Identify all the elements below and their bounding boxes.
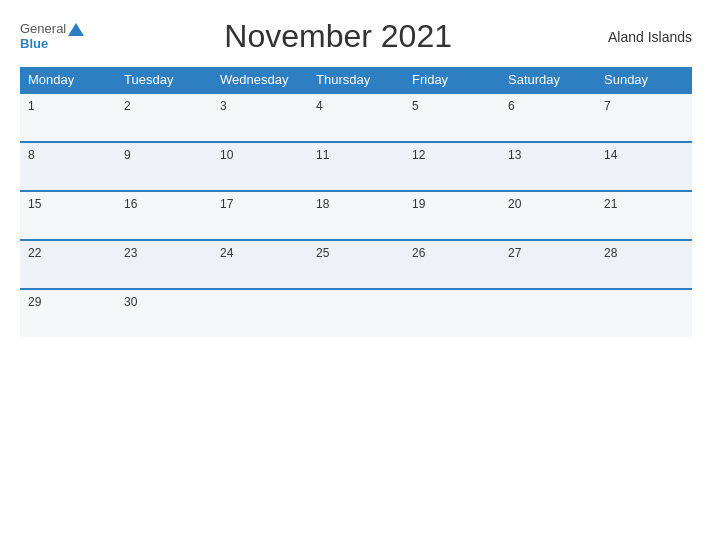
day-number: 18: [316, 197, 329, 211]
day-number: 9: [124, 148, 131, 162]
calendar-day-cell: 9: [116, 142, 212, 191]
weekday-header-thursday: Thursday: [308, 67, 404, 93]
calendar-day-cell: 24: [212, 240, 308, 289]
calendar-day-cell: 23: [116, 240, 212, 289]
calendar-day-cell: [596, 289, 692, 337]
calendar-day-cell: 27: [500, 240, 596, 289]
day-number: 28: [604, 246, 617, 260]
calendar-day-cell: 2: [116, 93, 212, 142]
calendar-day-cell: [404, 289, 500, 337]
calendar-day-cell: [212, 289, 308, 337]
weekday-header-sunday: Sunday: [596, 67, 692, 93]
day-number: 17: [220, 197, 233, 211]
day-number: 4: [316, 99, 323, 113]
calendar-day-cell: 8: [20, 142, 116, 191]
calendar-day-cell: 6: [500, 93, 596, 142]
weekday-header-monday: Monday: [20, 67, 116, 93]
day-number: 21: [604, 197, 617, 211]
day-number: 26: [412, 246, 425, 260]
calendar-day-cell: 29: [20, 289, 116, 337]
calendar-day-cell: 18: [308, 191, 404, 240]
logo: General Blue: [20, 22, 84, 51]
calendar-week-row: 15161718192021: [20, 191, 692, 240]
day-number: 30: [124, 295, 137, 309]
day-number: 6: [508, 99, 515, 113]
calendar-day-cell: 11: [308, 142, 404, 191]
day-number: 2: [124, 99, 131, 113]
day-number: 16: [124, 197, 137, 211]
day-number: 12: [412, 148, 425, 162]
calendar-day-cell: 16: [116, 191, 212, 240]
calendar-day-cell: 10: [212, 142, 308, 191]
calendar-day-cell: 21: [596, 191, 692, 240]
day-number: 8: [28, 148, 35, 162]
weekday-header-row: MondayTuesdayWednesdayThursdayFridaySatu…: [20, 67, 692, 93]
calendar-day-cell: 5: [404, 93, 500, 142]
day-number: 10: [220, 148, 233, 162]
calendar-header: General Blue November 2021 Aland Islands: [20, 18, 692, 55]
logo-triangle-icon: [68, 23, 84, 36]
calendar-day-cell: [500, 289, 596, 337]
day-number: 22: [28, 246, 41, 260]
day-number: 23: [124, 246, 137, 260]
calendar-day-cell: 19: [404, 191, 500, 240]
calendar-day-cell: 17: [212, 191, 308, 240]
calendar-day-cell: 25: [308, 240, 404, 289]
calendar-day-cell: 15: [20, 191, 116, 240]
calendar-day-cell: 22: [20, 240, 116, 289]
day-number: 19: [412, 197, 425, 211]
weekday-header-tuesday: Tuesday: [116, 67, 212, 93]
calendar-day-cell: 14: [596, 142, 692, 191]
weekday-header-wednesday: Wednesday: [212, 67, 308, 93]
calendar-day-cell: 4: [308, 93, 404, 142]
day-number: 29: [28, 295, 41, 309]
calendar-day-cell: 30: [116, 289, 212, 337]
calendar-day-cell: 7: [596, 93, 692, 142]
day-number: 27: [508, 246, 521, 260]
day-number: 24: [220, 246, 233, 260]
calendar-day-cell: 1: [20, 93, 116, 142]
day-number: 25: [316, 246, 329, 260]
day-number: 7: [604, 99, 611, 113]
calendar-day-cell: 12: [404, 142, 500, 191]
calendar-week-row: 2930: [20, 289, 692, 337]
calendar-day-cell: [308, 289, 404, 337]
calendar-day-cell: 13: [500, 142, 596, 191]
calendar-grid: MondayTuesdayWednesdayThursdayFridaySatu…: [20, 67, 692, 337]
calendar-container: General Blue November 2021 Aland Islands…: [0, 0, 712, 550]
region-label: Aland Islands: [592, 29, 692, 45]
weekday-header-saturday: Saturday: [500, 67, 596, 93]
day-number: 13: [508, 148, 521, 162]
day-number: 5: [412, 99, 419, 113]
day-number: 15: [28, 197, 41, 211]
day-number: 11: [316, 148, 329, 162]
logo-general-text: General: [20, 22, 66, 36]
calendar-day-cell: 20: [500, 191, 596, 240]
day-number: 20: [508, 197, 521, 211]
calendar-week-row: 22232425262728: [20, 240, 692, 289]
calendar-week-row: 891011121314: [20, 142, 692, 191]
day-number: 14: [604, 148, 617, 162]
calendar-day-cell: 26: [404, 240, 500, 289]
day-number: 3: [220, 99, 227, 113]
calendar-day-cell: 28: [596, 240, 692, 289]
calendar-day-cell: 3: [212, 93, 308, 142]
calendar-week-row: 1234567: [20, 93, 692, 142]
month-title: November 2021: [84, 18, 592, 55]
weekday-header-friday: Friday: [404, 67, 500, 93]
logo-blue-text: Blue: [20, 37, 84, 51]
day-number: 1: [28, 99, 35, 113]
